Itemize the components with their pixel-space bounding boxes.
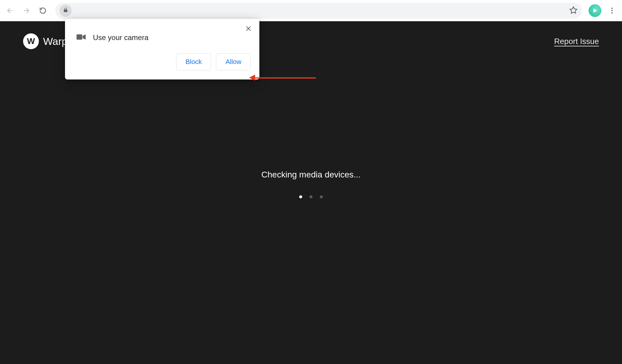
brand-name: Warp xyxy=(43,35,67,47)
browser-toolbar xyxy=(0,0,622,21)
browser-menu-button[interactable] xyxy=(606,5,618,16)
svg-point-4 xyxy=(611,8,613,9)
profile-avatar[interactable] xyxy=(589,4,601,17)
status-area: Checking media devices... xyxy=(0,170,622,198)
svg-rect-9 xyxy=(77,34,82,40)
bookmark-button[interactable] xyxy=(569,6,578,15)
address-bar[interactable] xyxy=(55,3,582,19)
close-icon xyxy=(245,25,252,33)
permission-message: Use your camera xyxy=(93,33,149,42)
block-button[interactable]: Block xyxy=(176,53,211,70)
brand-badge: W xyxy=(23,33,39,49)
svg-point-5 xyxy=(611,10,613,11)
back-button[interactable] xyxy=(4,5,16,16)
loading-dots xyxy=(0,195,622,198)
status-text: Checking media devices... xyxy=(0,170,622,180)
site-info-button[interactable] xyxy=(60,5,72,17)
dot-icon xyxy=(320,195,323,198)
camera-icon xyxy=(77,33,86,42)
reload-button[interactable] xyxy=(37,5,49,16)
dot-icon xyxy=(299,195,302,198)
close-button[interactable] xyxy=(243,24,254,35)
brand: W Warp xyxy=(23,33,67,49)
lock-icon xyxy=(63,7,68,14)
report-issue-link[interactable]: Report Issue xyxy=(554,37,599,46)
dot-icon xyxy=(309,195,313,198)
svg-marker-3 xyxy=(593,8,597,12)
svg-point-6 xyxy=(611,12,613,13)
camera-permission-prompt: Use your camera Block Allow xyxy=(65,19,259,79)
svg-marker-2 xyxy=(570,7,577,13)
svg-marker-10 xyxy=(83,34,86,40)
allow-button[interactable]: Allow xyxy=(216,53,251,70)
forward-button[interactable] xyxy=(21,5,32,16)
